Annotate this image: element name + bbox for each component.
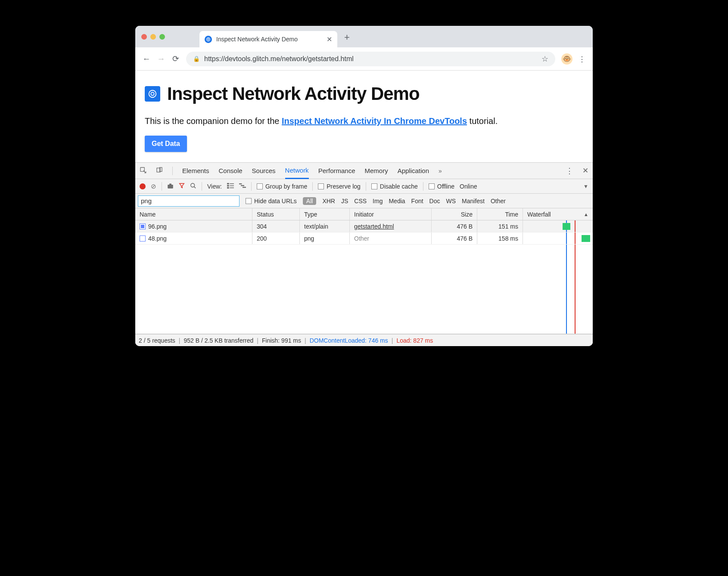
maximize-window-icon[interactable] xyxy=(159,34,165,40)
tab-application[interactable]: Application xyxy=(398,167,429,174)
new-tab-icon[interactable]: + xyxy=(344,32,350,43)
group-by-frame-checkbox[interactable]: Group by frame xyxy=(257,183,307,190)
cell-status: 200 xyxy=(252,232,300,244)
table-header: Name Status Type Initiator Size Time Wat… xyxy=(135,208,593,220)
col-initiator[interactable]: Initiator xyxy=(350,208,432,220)
col-status[interactable]: Status xyxy=(252,208,300,220)
filter-icon[interactable] xyxy=(179,183,185,190)
svg-rect-15 xyxy=(230,187,234,188)
devtools-menu-icon[interactable]: ⋮ xyxy=(566,166,573,176)
tutorial-link[interactable]: Inspect Network Activity In Chrome DevTo… xyxy=(282,116,467,126)
dcl-line xyxy=(566,232,567,244)
network-status-bar: 2 / 5 requests | 952 B / 2.5 KB transfer… xyxy=(135,334,593,346)
svg-point-9 xyxy=(191,183,195,187)
browser-menu-icon[interactable]: ⋯ xyxy=(578,55,587,62)
reload-icon[interactable]: ⟳ xyxy=(171,54,180,64)
record-icon[interactable] xyxy=(140,183,146,189)
cell-type: png xyxy=(300,232,350,244)
throttling-chevron-icon[interactable]: ▼ xyxy=(583,183,588,189)
col-size[interactable]: Size xyxy=(432,208,477,220)
close-window-icon[interactable] xyxy=(141,34,147,40)
tab-sources[interactable]: Sources xyxy=(252,167,276,174)
get-data-button[interactable]: Get Data xyxy=(145,136,187,152)
preserve-log-checkbox[interactable]: Preserve log xyxy=(318,183,361,190)
filter-type-media[interactable]: Media xyxy=(389,198,405,204)
filter-all-pill[interactable]: All xyxy=(303,197,317,205)
browser-window: Inspect Network Activity Demo ✕ + ← → ⟳ … xyxy=(135,26,593,346)
disable-cache-checkbox[interactable]: Disable cache xyxy=(371,183,418,190)
lock-icon: 🔒 xyxy=(193,56,200,62)
profile-avatar[interactable]: 🐵 xyxy=(561,53,572,65)
inspect-element-icon[interactable] xyxy=(140,167,146,175)
table-row[interactable]: 48.png200pngOther476 B158 ms xyxy=(135,232,593,245)
page-content: Inspect Network Activity Demo This is th… xyxy=(135,71,593,162)
address-bar[interactable]: 🔒 https://devtools.glitch.me/network/get… xyxy=(186,52,555,66)
filter-type-font[interactable]: Font xyxy=(411,198,423,204)
tab-strip: Inspect Network Activity Demo ✕ + xyxy=(135,26,593,47)
svg-rect-16 xyxy=(239,183,242,184)
large-rows-icon[interactable] xyxy=(227,183,234,190)
filter-type-doc[interactable]: Doc xyxy=(429,198,440,204)
intro-pre: This is the companion demo for the xyxy=(145,116,282,126)
filter-type-css[interactable]: CSS xyxy=(354,198,367,204)
devtools-panel: Elements Console Sources Network Perform… xyxy=(135,162,593,346)
requests-table: Name Status Type Initiator Size Time Wat… xyxy=(135,208,593,334)
separator xyxy=(162,182,162,191)
tabs-overflow-icon[interactable]: » xyxy=(439,167,442,174)
col-type[interactable]: Type xyxy=(300,208,350,220)
search-icon[interactable] xyxy=(190,183,196,190)
svg-rect-7 xyxy=(168,184,173,188)
browser-tab[interactable]: Inspect Network Activity Demo ✕ xyxy=(199,31,337,47)
filter-type-img[interactable]: Img xyxy=(373,198,383,204)
filter-type-manifest[interactable]: Manifest xyxy=(462,198,485,204)
separator xyxy=(423,182,423,191)
clear-icon[interactable]: ⊘ xyxy=(151,183,156,190)
table-body-empty xyxy=(135,245,593,334)
col-time[interactable]: Time xyxy=(477,208,523,220)
filter-type-xhr[interactable]: XHR xyxy=(322,198,335,204)
screenshot-icon[interactable] xyxy=(167,183,174,190)
close-tab-icon[interactable]: ✕ xyxy=(327,35,332,43)
minimize-window-icon[interactable] xyxy=(150,34,156,40)
tab-performance[interactable]: Performance xyxy=(318,167,355,174)
col-name[interactable]: Name xyxy=(135,208,252,220)
tab-elements[interactable]: Elements xyxy=(182,167,209,174)
col-waterfall[interactable]: Waterfall▲ xyxy=(523,208,593,220)
cell-status: 304 xyxy=(252,220,300,232)
filter-type-other[interactable]: Other xyxy=(491,198,506,204)
bookmark-icon[interactable]: ☆ xyxy=(541,54,548,64)
svg-rect-11 xyxy=(227,185,229,186)
cell-initiator[interactable]: getstarted.html xyxy=(350,220,432,232)
filter-type-ws[interactable]: WS xyxy=(446,198,456,204)
file-icon xyxy=(140,235,146,242)
tab-memory[interactable]: Memory xyxy=(365,167,388,174)
separator xyxy=(312,182,313,191)
filter-input[interactable] xyxy=(138,195,240,207)
waterfall-view-icon[interactable] xyxy=(239,183,246,190)
svg-point-2 xyxy=(149,90,156,98)
load-line xyxy=(575,245,576,334)
back-icon[interactable]: ← xyxy=(142,54,151,64)
svg-rect-17 xyxy=(241,185,244,186)
svg-rect-14 xyxy=(230,185,234,186)
svg-rect-10 xyxy=(227,183,229,184)
offline-checkbox[interactable]: Offline xyxy=(429,183,454,190)
device-toolbar-icon[interactable] xyxy=(156,167,163,175)
cell-waterfall xyxy=(523,232,593,244)
url-text: https://devtools.glitch.me/network/getst… xyxy=(204,55,354,63)
table-row[interactable]: 96.png304text/plaingetstarted.html476 B1… xyxy=(135,220,593,232)
filter-type-js[interactable]: JS xyxy=(341,198,348,204)
hide-data-urls-checkbox[interactable]: Hide data URLs xyxy=(246,198,297,204)
tab-network[interactable]: Network xyxy=(285,163,309,179)
window-controls xyxy=(141,34,165,40)
status-load: Load: 827 ms xyxy=(396,337,433,344)
throttling-select[interactable]: Online xyxy=(460,183,477,190)
devtools-close-icon[interactable]: ✕ xyxy=(582,166,588,175)
page-heading: Inspect Network Activity Demo xyxy=(167,84,420,104)
tab-console[interactable]: Console xyxy=(219,167,243,174)
svg-point-3 xyxy=(151,92,154,95)
sort-icon: ▲ xyxy=(584,212,588,217)
separator xyxy=(366,182,366,191)
cell-name: 48.png xyxy=(148,235,167,242)
waterfall-bar xyxy=(563,223,570,230)
